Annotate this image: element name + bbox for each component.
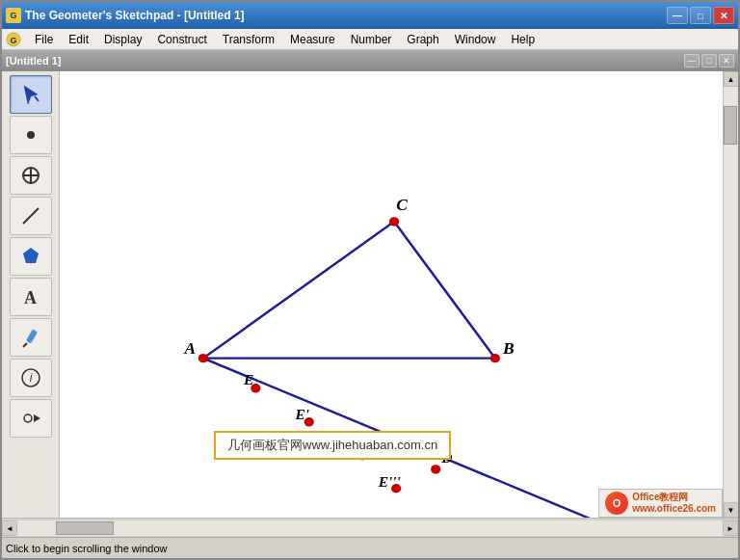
- inner-maximize-button[interactable]: □: [701, 54, 717, 67]
- svg-rect-9: [25, 329, 37, 343]
- app-icon: G: [6, 8, 21, 23]
- svg-text:A: A: [183, 340, 196, 358]
- inner-title-bar: [Untitled 1] — □ ✕: [2, 50, 738, 71]
- scroll-track-h[interactable]: [17, 520, 723, 536]
- horizontal-scrollbar[interactable]: ◄ ►: [2, 520, 738, 536]
- window-frame: G The Geometer's Sketchpad - [Untitled 1…: [0, 0, 740, 560]
- canvas-area[interactable]: A B C E E' E'' D E''': [60, 71, 723, 518]
- minimize-button[interactable]: —: [667, 7, 688, 24]
- svg-text:C: C: [396, 196, 408, 213]
- office-line2: www.office26.com: [632, 503, 716, 515]
- status-text: Click to begin scrolling the window: [6, 543, 168, 554]
- svg-text:E''': E''': [378, 474, 401, 489]
- scroll-track-v[interactable]: [724, 87, 738, 502]
- office-line1: Office教程网: [632, 492, 716, 503]
- compass-tool[interactable]: [10, 156, 52, 195]
- text-tool[interactable]: A: [10, 278, 52, 316]
- svg-text:E: E: [243, 373, 253, 387]
- polygon-tool[interactable]: [10, 237, 52, 276]
- svg-line-10: [23, 343, 27, 347]
- svg-text:i: i: [29, 371, 32, 385]
- svg-point-21: [389, 217, 399, 226]
- bottom-area: ◄ ►: [2, 518, 738, 537]
- menu-number[interactable]: Number: [343, 31, 400, 48]
- menu-measure[interactable]: Measure: [282, 31, 343, 48]
- window-controls: — □ ✕: [667, 7, 734, 24]
- status-bar: Click to begin scrolling the window: [2, 537, 738, 558]
- svg-text:A: A: [24, 288, 37, 307]
- maximize-button[interactable]: □: [690, 7, 711, 24]
- svg-point-20: [490, 354, 500, 362]
- vertical-scrollbar[interactable]: ▲ ▼: [723, 71, 738, 518]
- scroll-thumb-h[interactable]: [56, 521, 114, 535]
- marker-tool[interactable]: [10, 318, 52, 357]
- select-tool[interactable]: [10, 75, 52, 114]
- scroll-down-arrow[interactable]: ▼: [724, 502, 739, 518]
- svg-marker-7: [23, 248, 39, 263]
- line-tool[interactable]: [10, 197, 52, 235]
- svg-line-16: [203, 222, 394, 359]
- svg-marker-14: [34, 414, 40, 422]
- svg-text:B: B: [502, 340, 515, 358]
- title-bar-left: G The Geometer's Sketchpad - [Untitled 1…: [6, 8, 245, 23]
- inner-minimize-button[interactable]: —: [684, 54, 700, 67]
- svg-text:G: G: [10, 36, 16, 45]
- menu-edit[interactable]: Edit: [61, 31, 96, 48]
- title-bar: G The Geometer's Sketchpad - [Untitled 1…: [2, 2, 738, 29]
- svg-point-13: [24, 414, 32, 422]
- menu-bar: G File Edit Display Construct Transform …: [2, 29, 738, 50]
- info-tool[interactable]: i: [10, 359, 52, 397]
- window-title: The Geometer's Sketchpad - [Untitled 1]: [25, 9, 245, 22]
- menu-transform[interactable]: Transform: [215, 31, 282, 48]
- svg-text:E': E': [294, 408, 309, 422]
- inner-title-text: [Untitled 1]: [6, 55, 61, 67]
- menu-help[interactable]: Help: [503, 31, 542, 48]
- scroll-left-arrow[interactable]: ◄: [2, 520, 17, 536]
- main-content: A i: [2, 71, 738, 518]
- svg-point-2: [27, 131, 35, 139]
- svg-point-25: [431, 465, 440, 473]
- inner-close-button[interactable]: ✕: [719, 54, 734, 67]
- play-tool[interactable]: [10, 399, 52, 438]
- watermark-box: 几何画板官网www.jihehuaban.com.cn: [214, 431, 451, 460]
- menu-display[interactable]: Display: [96, 31, 149, 48]
- watermark-text: 几何画板官网www.jihehuaban.com.cn: [227, 438, 437, 452]
- office-watermark-text: Office教程网 www.office26.com: [632, 492, 716, 515]
- menu-window[interactable]: Window: [447, 31, 504, 48]
- menu-construct[interactable]: Construct: [149, 31, 214, 48]
- office-logo-icon: O: [605, 492, 628, 515]
- toolbar: A i: [2, 71, 60, 518]
- scroll-up-arrow[interactable]: ▲: [724, 71, 739, 87]
- svg-line-17: [394, 222, 495, 359]
- inner-window: [Untitled 1] — □ ✕: [2, 50, 738, 537]
- office-watermark: O Office教程网 www.office26.com: [598, 489, 723, 518]
- svg-point-19: [198, 354, 208, 362]
- point-tool[interactable]: [10, 116, 52, 154]
- svg-line-6: [23, 208, 39, 224]
- scroll-right-arrow[interactable]: ►: [723, 520, 738, 536]
- inner-window-controls: — □ ✕: [684, 54, 734, 67]
- close-button[interactable]: ✕: [713, 7, 734, 24]
- menu-app-icon: G: [4, 30, 23, 49]
- menu-graph[interactable]: Graph: [399, 31, 446, 48]
- menu-file[interactable]: File: [27, 31, 61, 48]
- scroll-thumb-v[interactable]: [724, 106, 737, 145]
